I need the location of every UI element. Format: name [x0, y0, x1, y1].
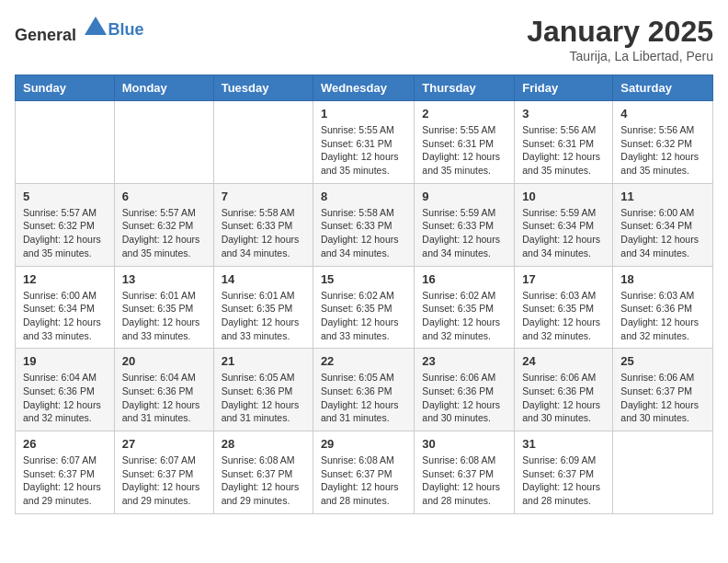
calendar-cell: 13Sunrise: 6:01 AM Sunset: 6:35 PM Dayli… [114, 266, 213, 349]
calendar-cell: 28Sunrise: 6:08 AM Sunset: 6:37 PM Dayli… [213, 431, 313, 514]
day-number: 19 [23, 354, 107, 368]
day-number: 9 [422, 190, 506, 203]
day-info: Sunrise: 5:59 AM Sunset: 6:34 PM Dayligh… [522, 206, 605, 260]
calendar-header-row: SundayMondayTuesdayWednesdayThursdayFrid… [16, 75, 713, 101]
calendar-cell: 20Sunrise: 6:04 AM Sunset: 6:36 PM Dayli… [114, 349, 213, 431]
day-number: 30 [422, 437, 506, 451]
day-info: Sunrise: 5:58 AM Sunset: 6:33 PM Dayligh… [222, 206, 305, 260]
day-info: Sunrise: 6:07 AM Sunset: 6:37 PM Dayligh… [23, 454, 107, 508]
calendar-week-row: 19Sunrise: 6:04 AM Sunset: 6:36 PM Dayli… [16, 349, 713, 431]
calendar-cell [613, 431, 713, 514]
calendar-cell: 1Sunrise: 5:55 AM Sunset: 6:31 PM Daylig… [313, 101, 414, 184]
day-info: Sunrise: 6:00 AM Sunset: 6:34 PM Dayligh… [620, 206, 705, 260]
day-info: Sunrise: 6:08 AM Sunset: 6:37 PM Dayligh… [422, 454, 506, 508]
day-info: Sunrise: 6:02 AM Sunset: 6:35 PM Dayligh… [321, 289, 406, 343]
calendar-header-friday: Friday [515, 75, 613, 101]
calendar-cell: 10Sunrise: 5:59 AM Sunset: 6:34 PM Dayli… [515, 183, 613, 266]
calendar-cell: 8Sunrise: 5:58 AM Sunset: 6:33 PM Daylig… [313, 183, 414, 266]
calendar-header-tuesday: Tuesday [213, 75, 313, 101]
day-info: Sunrise: 6:00 AM Sunset: 6:34 PM Dayligh… [23, 289, 107, 343]
day-number: 23 [422, 354, 506, 368]
day-number: 2 [422, 107, 506, 121]
calendar-header-sunday: Sunday [16, 75, 115, 101]
day-number: 20 [122, 354, 206, 368]
calendar-cell: 15Sunrise: 6:02 AM Sunset: 6:35 PM Dayli… [313, 266, 414, 349]
calendar-cell: 17Sunrise: 6:03 AM Sunset: 6:35 PM Dayli… [515, 266, 613, 349]
day-number: 5 [23, 190, 107, 203]
calendar-header-saturday: Saturday [613, 75, 713, 101]
day-info: Sunrise: 6:06 AM Sunset: 6:37 PM Dayligh… [620, 371, 705, 425]
calendar-cell: 12Sunrise: 6:00 AM Sunset: 6:34 PM Dayli… [16, 266, 115, 349]
day-number: 10 [522, 190, 605, 203]
calendar-cell: 24Sunrise: 6:06 AM Sunset: 6:36 PM Dayli… [515, 349, 613, 431]
day-info: Sunrise: 6:04 AM Sunset: 6:36 PM Dayligh… [122, 371, 206, 425]
day-number: 12 [23, 272, 107, 286]
calendar-cell: 11Sunrise: 6:00 AM Sunset: 6:34 PM Dayli… [613, 183, 713, 266]
calendar-cell: 5Sunrise: 5:57 AM Sunset: 6:32 PM Daylig… [16, 183, 115, 266]
day-info: Sunrise: 6:01 AM Sunset: 6:35 PM Dayligh… [222, 289, 305, 343]
day-info: Sunrise: 6:02 AM Sunset: 6:35 PM Dayligh… [422, 289, 506, 343]
calendar-cell [114, 101, 213, 184]
page-header: General Blue January 2025 Taurija, La Li… [15, 15, 713, 63]
calendar-cell: 9Sunrise: 5:59 AM Sunset: 6:33 PM Daylig… [415, 183, 515, 266]
day-info: Sunrise: 6:06 AM Sunset: 6:36 PM Dayligh… [422, 371, 506, 425]
day-number: 1 [321, 107, 406, 121]
calendar-cell: 31Sunrise: 6:09 AM Sunset: 6:37 PM Dayli… [515, 431, 613, 514]
day-info: Sunrise: 5:56 AM Sunset: 6:32 PM Dayligh… [620, 123, 705, 178]
calendar-cell: 14Sunrise: 6:01 AM Sunset: 6:35 PM Dayli… [213, 266, 313, 349]
calendar-cell: 19Sunrise: 6:04 AM Sunset: 6:36 PM Dayli… [16, 349, 115, 431]
day-info: Sunrise: 5:55 AM Sunset: 6:31 PM Dayligh… [422, 123, 506, 178]
day-info: Sunrise: 5:58 AM Sunset: 6:33 PM Dayligh… [321, 206, 406, 260]
day-number: 17 [522, 272, 605, 286]
day-info: Sunrise: 6:06 AM Sunset: 6:36 PM Dayligh… [522, 371, 605, 425]
day-info: Sunrise: 6:05 AM Sunset: 6:36 PM Dayligh… [321, 371, 406, 425]
calendar-header-wednesday: Wednesday [313, 75, 414, 101]
calendar-week-row: 5Sunrise: 5:57 AM Sunset: 6:32 PM Daylig… [16, 183, 713, 266]
calendar-week-row: 26Sunrise: 6:07 AM Sunset: 6:37 PM Dayli… [16, 431, 713, 514]
calendar-cell: 26Sunrise: 6:07 AM Sunset: 6:37 PM Dayli… [16, 431, 115, 514]
day-number: 6 [122, 190, 206, 203]
logo: General Blue [15, 15, 144, 45]
day-number: 8 [321, 190, 406, 203]
calendar-cell: 21Sunrise: 6:05 AM Sunset: 6:36 PM Dayli… [213, 349, 313, 431]
calendar-cell: 6Sunrise: 5:57 AM Sunset: 6:32 PM Daylig… [114, 183, 213, 266]
day-info: Sunrise: 5:57 AM Sunset: 6:32 PM Dayligh… [23, 206, 107, 260]
day-number: 21 [222, 354, 305, 368]
day-number: 7 [222, 190, 305, 203]
calendar-cell: 18Sunrise: 6:03 AM Sunset: 6:36 PM Dayli… [613, 266, 713, 349]
day-info: Sunrise: 6:03 AM Sunset: 6:36 PM Dayligh… [620, 289, 705, 343]
calendar-cell: 25Sunrise: 6:06 AM Sunset: 6:37 PM Dayli… [613, 349, 713, 431]
day-info: Sunrise: 6:01 AM Sunset: 6:35 PM Dayligh… [122, 289, 206, 343]
logo-text-general: General [15, 26, 76, 44]
calendar-week-row: 12Sunrise: 6:00 AM Sunset: 6:34 PM Dayli… [16, 266, 713, 349]
day-number: 13 [122, 272, 206, 286]
calendar-cell: 23Sunrise: 6:06 AM Sunset: 6:36 PM Dayli… [415, 349, 515, 431]
day-number: 27 [122, 437, 206, 451]
day-number: 22 [321, 354, 406, 368]
day-info: Sunrise: 6:04 AM Sunset: 6:36 PM Dayligh… [23, 371, 107, 425]
day-number: 15 [321, 272, 406, 286]
day-number: 14 [222, 272, 305, 286]
calendar-cell: 27Sunrise: 6:07 AM Sunset: 6:37 PM Dayli… [114, 431, 213, 514]
day-info: Sunrise: 6:08 AM Sunset: 6:37 PM Dayligh… [321, 454, 406, 508]
logo-icon [83, 15, 108, 40]
day-number: 16 [422, 272, 506, 286]
day-number: 28 [222, 437, 305, 451]
day-info: Sunrise: 5:59 AM Sunset: 6:33 PM Dayligh… [422, 206, 506, 260]
calendar-cell: 4Sunrise: 5:56 AM Sunset: 6:32 PM Daylig… [613, 101, 713, 184]
calendar-title: January 2025 [527, 15, 713, 49]
day-number: 11 [620, 190, 705, 203]
day-number: 24 [522, 354, 605, 368]
calendar-cell: 30Sunrise: 6:08 AM Sunset: 6:37 PM Dayli… [415, 431, 515, 514]
svg-marker-0 [85, 17, 107, 35]
calendar-cell [16, 101, 115, 184]
calendar-cell: 22Sunrise: 6:05 AM Sunset: 6:36 PM Dayli… [313, 349, 414, 431]
day-info: Sunrise: 6:03 AM Sunset: 6:35 PM Dayligh… [522, 289, 605, 343]
day-info: Sunrise: 5:55 AM Sunset: 6:31 PM Dayligh… [321, 123, 406, 178]
calendar-header-thursday: Thursday [415, 75, 515, 101]
calendar-cell [213, 101, 313, 184]
logo-text-blue: Blue [108, 20, 144, 39]
day-info: Sunrise: 6:07 AM Sunset: 6:37 PM Dayligh… [122, 454, 206, 508]
calendar-header-monday: Monday [114, 75, 213, 101]
title-block: January 2025 Taurija, La Libertad, Peru [527, 15, 713, 63]
